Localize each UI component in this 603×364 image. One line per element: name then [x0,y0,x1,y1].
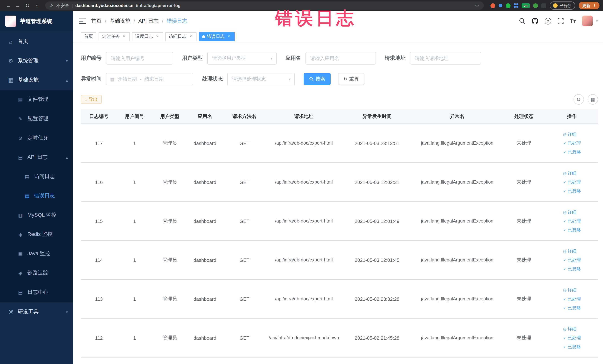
calendar-icon: ▦ [110,76,115,82]
mark-processed-link[interactable]: ✓ 已处理 [563,140,581,146]
screen: ← → ↻ ⌂ ⚠ 不安全 | dashboard.yudao.iocoder.… [0,0,603,364]
reset-button[interactable]: ↻ 重置 [338,73,364,85]
mark-processed-link[interactable]: ✓ 已处理 [563,218,581,224]
app-name-label: 应用名 [285,55,301,61]
sidebar-item-access-logs[interactable]: ▤ 访问日志 [0,167,73,186]
app-logo[interactable]: 芋道管理系统 [0,11,73,31]
app-name-input[interactable] [305,52,376,65]
tab-scheduled-tasks[interactable]: 定时任务 × [99,32,130,41]
breadcrumb-api-logs[interactable]: API 日志 [139,18,159,24]
sidebar-item-infrastructure[interactable]: ▦ 基础设施 ▴ [0,70,73,90]
search-button[interactable]: 搜索 [304,73,331,85]
mark-ignored-link[interactable]: ✓ 已忽略 [563,266,581,272]
close-icon[interactable]: × [155,34,160,39]
mark-ignored-link[interactable]: ✓ 已忽略 [563,227,581,233]
detail-link[interactable]: ◎ 详细 [563,131,577,137]
search-icon[interactable] [519,18,525,24]
extension-puzzle-icon[interactable] [541,3,546,8]
mark-processed-link[interactable]: ✓ 已处理 [563,257,581,263]
sidebar-item-dev-tools[interactable]: ⚒ 研发工具 ▾ [0,302,73,322]
fullscreen-icon[interactable] [557,18,564,24]
reload-icon[interactable]: ↻ [23,3,32,9]
check-icon: ✓ [563,150,566,154]
tab-error-logs[interactable]: 错误日志 × [199,32,235,41]
breadcrumb-infrastructure[interactable]: 基础设施 [110,18,130,24]
tab-access-logs[interactable]: 访问日志 × [165,32,197,41]
sidebar-item-system-management[interactable]: ⚙ 系统管理 ▾ [0,51,73,70]
check-icon: ✓ [563,296,566,301]
mark-processed-link[interactable]: ✓ 已处理 [563,335,581,341]
mark-ignored-link[interactable]: ✓ 已忽略 [563,344,581,350]
insecure-label: 不安全 [56,3,69,8]
tab-schedule-logs[interactable]: 调度日志 × [132,32,163,41]
sidebar-item-java-monitor[interactable]: ▣ Java 监控 [0,244,73,263]
detail-link[interactable]: ◎ 详细 [563,209,577,215]
cell-user-id: 1 [117,163,152,201]
process-status-select[interactable]: 请选择处理状态 ▾ [227,73,295,85]
detail-link[interactable]: ◎ 详细 [563,248,577,254]
github-icon[interactable] [532,18,538,24]
sidebar-item-mysql-monitor[interactable]: ▥ MySQL 监控 [0,205,73,225]
cell-user-type: 管理员 [152,318,187,357]
sidebar-item-home[interactable]: ⌂ 首页 [0,32,73,51]
navbar-actions: ? TT ▾ [519,16,598,26]
logo-image [5,16,16,27]
sidebar-menu: ⌂ 首页 ⚙ 系统管理 ▾ ▦ 基础设施 ▴ ▤ 文件管理 [0,31,73,322]
close-icon[interactable]: × [122,34,127,39]
detail-link[interactable]: ◎ 详细 [563,287,577,293]
sidebar-item-log-center[interactable]: ▤ 日志中心 [0,282,73,302]
avatar-caret-icon[interactable]: ▾ [596,19,598,23]
avatar[interactable] [582,16,593,26]
tab-home[interactable]: 首页 [81,32,96,41]
sidebar-item-scheduled-tasks[interactable]: ⊙ 定时任务 [0,128,73,148]
sidebar-item-config-management[interactable]: ✎ 配置管理 [0,109,73,128]
cell-app-name: dashboard [187,240,222,280]
chevron-down-icon: ▾ [271,56,272,60]
extension-red-icon[interactable] [490,3,495,8]
column-settings-button[interactable]: ▦ [587,94,598,105]
paused-badge[interactable]: 已暂停 [550,1,575,10]
sidebar-item-file-management[interactable]: ▤ 文件管理 [0,90,73,109]
address-bar[interactable]: ⚠ 不安全 | dashboard.yudao.iocoder.cn /infr… [45,1,484,10]
help-icon[interactable]: ? [545,18,551,24]
document-icon: ▤ [17,154,24,160]
browser-menu-icon[interactable]: ⋮ [592,3,596,8]
back-icon[interactable]: ← [4,3,13,9]
refresh-table-button[interactable]: ↻ [573,94,584,105]
user-id-input[interactable] [106,52,173,65]
eye-icon: ◎ [563,171,567,176]
close-icon[interactable]: × [227,34,231,39]
breadcrumb-home[interactable]: 首页 [91,18,102,24]
detail-link[interactable]: ◎ 详细 [563,326,577,332]
sidebar-item-trace[interactable]: ◉ 链路追踪 [0,263,73,282]
breadcrumb-current: 错误日志 [167,18,187,24]
bookmark-star-icon[interactable]: ☆ [475,3,479,8]
mark-ignored-link[interactable]: ✓ 已忽略 [563,188,581,194]
sidebar-item-api-logs[interactable]: ▤ API 日志 ▴ [0,148,73,167]
hamburger-icon[interactable] [79,18,86,24]
font-size-icon[interactable]: TT [570,18,576,24]
update-button[interactable]: 更新 ⋮ [579,2,599,9]
export-button[interactable]: ↓ 导出 [81,95,102,104]
table-row: 112 1 管理员 dashboard GET /api/infra/db-do… [81,318,598,357]
user-type-select[interactable]: 请选择用户类型 ▾ [207,52,277,65]
forward-icon[interactable]: → [13,3,22,9]
extension-blue-icon[interactable] [499,4,502,7]
exception-time-range-picker[interactable]: ▦ 开始日期 - 结束日期 [106,73,193,85]
browser-home-icon[interactable]: ⌂ [33,3,42,9]
extension-green-icon[interactable] [506,3,510,8]
mark-processed-link[interactable]: ✓ 已处理 [563,179,581,185]
extensions-grid-icon[interactable] [514,3,518,8]
mark-processed-link[interactable]: ✓ 已处理 [563,296,581,302]
mark-ignored-link[interactable]: ✓ 已忽略 [563,305,581,311]
sidebar-item-redis-monitor[interactable]: ◈ Redis 监控 [0,225,73,244]
close-icon[interactable]: × [188,34,193,39]
extension-leaf-icon[interactable] [533,3,538,8]
folder-icon: ▤ [17,97,24,102]
sidebar-item-error-logs[interactable]: ▤ 错误日志 [0,186,73,205]
extension-on-badge[interactable]: on [522,3,530,8]
mark-ignored-link[interactable]: ✓ 已忽略 [563,149,581,155]
detail-link[interactable]: ◎ 详细 [563,170,577,176]
check-icon: ✓ [563,188,566,193]
request-url-input[interactable] [410,52,481,65]
